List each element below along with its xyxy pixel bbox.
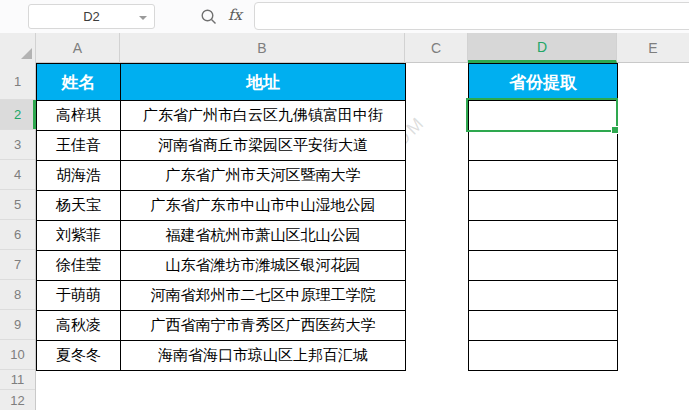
row-header-4[interactable]: 4 — [0, 160, 35, 190]
cell-b9[interactable]: 广西省南宁市青秀区广西医药大学 — [121, 311, 406, 341]
row-header-8[interactable]: 8 — [0, 280, 35, 310]
fill-handle[interactable] — [611, 126, 619, 134]
cell-a2[interactable]: 高梓琪 — [37, 101, 121, 131]
cell-a7[interactable]: 徐佳莹 — [37, 251, 121, 281]
header-cell-province[interactable]: 省份提取 — [469, 64, 618, 101]
cell-d7[interactable] — [469, 251, 618, 281]
cell-a3[interactable]: 王佳音 — [37, 131, 121, 161]
column-header-a[interactable]: A — [36, 33, 120, 63]
header-cell-address[interactable]: 地址 — [121, 64, 406, 101]
row-header-11[interactable]: 11 — [0, 370, 35, 390]
row-header-strip: 1 2 3 4 5 6 7 8 9 10 11 12 — [0, 63, 36, 410]
table-row: 夏冬冬 海南省海口市琼山区上邦百汇城 — [37, 341, 406, 371]
cell-name-box[interactable]: D2 — [28, 4, 155, 29]
header-cell-name[interactable]: 姓名 — [37, 64, 121, 101]
name-address-table: 姓名 地址 高梓琪 广东省广州市白云区九佛镇富田中街 王佳音 河南省商丘市梁园区… — [36, 63, 406, 371]
table-row: 杨天宝 广东省广东市中山市中山湿地公园 — [37, 191, 406, 221]
cell-a6[interactable]: 刘紫菲 — [37, 221, 121, 251]
column-header-strip: A B C D E — [0, 33, 689, 63]
cell-a5[interactable]: 杨天宝 — [37, 191, 121, 221]
spreadsheet-app: D2 fx A B C D E 1 2 3 4 5 6 7 8 — [0, 0, 689, 410]
row-header-10[interactable]: 10 — [0, 340, 35, 370]
cell-b5[interactable]: 广东省广东市中山市中山湿地公园 — [121, 191, 406, 221]
cell-b4[interactable]: 广东省广州市天河区暨南大学 — [121, 161, 406, 191]
formula-toolbar: D2 fx — [0, 0, 689, 33]
column-header-e[interactable]: E — [617, 33, 689, 63]
row-header-3[interactable]: 3 — [0, 130, 35, 160]
cell-b7[interactable]: 山东省潍坊市潍城区银河花园 — [121, 251, 406, 281]
cell-a4[interactable]: 胡海浩 — [37, 161, 121, 191]
column-header-b[interactable]: B — [120, 33, 405, 63]
table-row: 王佳音 河南省商丘市梁园区平安街大道 — [37, 131, 406, 161]
magnifier-icon[interactable] — [200, 8, 218, 26]
row-header-2[interactable]: 2 — [0, 100, 35, 130]
select-all-triangle-icon — [21, 48, 32, 59]
row-header-7[interactable]: 7 — [0, 250, 35, 280]
cell-d10[interactable] — [469, 341, 618, 371]
row-header-6[interactable]: 6 — [0, 220, 35, 250]
table-row: 徐佳莹 山东省潍坊市潍城区银河花园 — [37, 251, 406, 281]
cell-b3[interactable]: 河南省商丘市梁园区平安街大道 — [121, 131, 406, 161]
cell-d5[interactable] — [469, 191, 618, 221]
table-row: 高秋凌 广西省南宁市青秀区广西医药大学 — [37, 311, 406, 341]
column-header-c[interactable]: C — [405, 33, 468, 63]
row-header-5[interactable]: 5 — [0, 190, 35, 220]
cell-d3[interactable] — [469, 131, 618, 161]
column-header-d[interactable]: D — [468, 33, 617, 63]
province-extract-table: 省份提取 — [468, 63, 618, 371]
cell-b8[interactable]: 河南省郑州市二七区中原理工学院 — [121, 281, 406, 311]
row-header-1[interactable]: 1 — [0, 63, 35, 100]
cell-d9[interactable] — [469, 311, 618, 341]
cell-a8[interactable]: 于萌萌 — [37, 281, 121, 311]
select-all-corner[interactable] — [0, 33, 36, 63]
table-row: 胡海浩 广东省广州市天河区暨南大学 — [37, 161, 406, 191]
row-header-9[interactable]: 9 — [0, 310, 35, 340]
table-row: 于萌萌 河南省郑州市二七区中原理工学院 — [37, 281, 406, 311]
table-header-row: 省份提取 — [469, 64, 618, 101]
cell-a10[interactable]: 夏冬冬 — [37, 341, 121, 371]
cell-reference: D2 — [83, 9, 100, 24]
row-header-12[interactable]: 12 — [0, 390, 35, 410]
table-row: 高梓琪 广东省广州市白云区九佛镇富田中街 — [37, 101, 406, 131]
cell-d6[interactable] — [469, 221, 618, 251]
table-header-row: 姓名 地址 — [37, 64, 406, 101]
formula-input[interactable] — [254, 2, 689, 30]
cell-b6[interactable]: 福建省杭州市萧山区北山公园 — [121, 221, 406, 251]
cell-d2[interactable] — [469, 101, 618, 131]
fx-label: fx — [228, 6, 242, 24]
table-row: 刘紫菲 福建省杭州市萧山区北山公园 — [37, 221, 406, 251]
chevron-down-icon — [139, 16, 147, 20]
cell-a9[interactable]: 高秋凌 — [37, 311, 121, 341]
cell-b2[interactable]: 广东省广州市白云区九佛镇富田中街 — [121, 101, 406, 131]
cell-d8[interactable] — [469, 281, 618, 311]
cell-d4[interactable] — [469, 161, 618, 191]
cell-b10[interactable]: 海南省海口市琼山区上邦百汇城 — [121, 341, 406, 371]
